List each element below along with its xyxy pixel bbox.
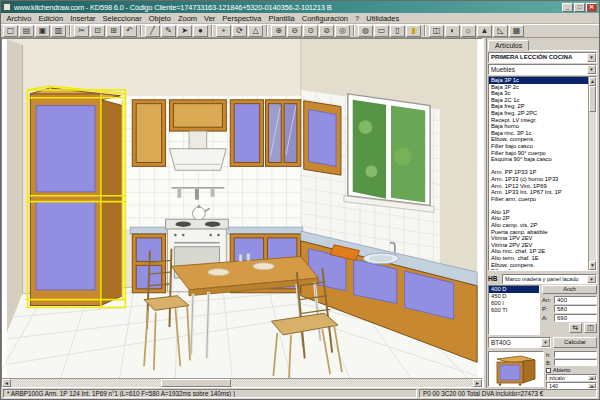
swap-dimensions-button[interactable]: ⇆ (569, 323, 582, 333)
dimension-field[interactable]: 400 (554, 296, 597, 304)
list-item[interactable]: Arm. 1P33 (c) horno 1P33 (489, 176, 588, 183)
measure-icon[interactable]: △ (248, 25, 263, 37)
cut-icon[interactable]: ✂ (74, 25, 89, 37)
list-item[interactable]: Filler arm. cuerpo (489, 196, 588, 203)
zoom-in-icon[interactable]: ⊕ (271, 25, 286, 37)
menu-seleccionar[interactable]: Seleccionar (99, 14, 145, 23)
list-item[interactable] (489, 163, 588, 170)
scroll-thumb[interactable] (589, 86, 596, 112)
menu-perspectiva[interactable]: Perspectiva (219, 14, 265, 23)
list-item[interactable]: Esquina 90° baja casco (489, 156, 588, 163)
list-item[interactable]: Baja rinc. 3P 1c (489, 130, 588, 137)
undo-icon[interactable]: ↶ (122, 25, 137, 37)
b-field[interactable] (554, 359, 597, 366)
chevron-down-icon[interactable]: ▼ (541, 338, 550, 347)
list-item[interactable]: Arm. PP 1P33 1P (489, 169, 588, 176)
scroll-down-icon[interactable]: ▼ (589, 261, 596, 270)
menu-edicin[interactable]: Edición (35, 14, 67, 23)
list-item[interactable]: Baja 3c (489, 90, 588, 97)
shading-icon[interactable]: ◐ (445, 25, 460, 37)
elevation-view-icon[interactable]: ▭ (374, 25, 389, 37)
list-item[interactable]: Elbow. compens. (489, 262, 588, 269)
menu-insertar[interactable]: Insertar (67, 14, 99, 23)
list-item[interactable]: Baja freg. 2P (489, 103, 588, 110)
list-item[interactable]: Vitrina 2PV 2EV (489, 242, 588, 249)
list-item[interactable]: Puerta camp. abatible (489, 229, 588, 236)
split-view-icon[interactable]: ◫ (429, 25, 444, 37)
paste-icon[interactable]: ⊞ (106, 25, 121, 37)
menu-ver[interactable]: Ver (201, 14, 219, 23)
list-item[interactable]: Vitrina 1PV 2EV (489, 235, 588, 242)
list-item[interactable] (489, 202, 588, 209)
close-button[interactable]: ✕ (586, 3, 597, 12)
pointer-icon[interactable]: ➤ (177, 25, 192, 37)
anch-button[interactable]: Anch (542, 285, 597, 294)
perspective-view-icon[interactable]: ▮ (406, 25, 421, 37)
zoom-out-icon[interactable]: ⊖ (287, 25, 302, 37)
horizontal-scrollbar[interactable]: ◄ ► (2, 378, 482, 387)
edit-icon[interactable]: ✎ (161, 25, 176, 37)
chevron-down-icon[interactable]: ▼ (588, 375, 596, 380)
menu-zoom[interactable]: Zoom (174, 14, 200, 23)
chevron-down-icon[interactable]: ▼ (587, 53, 596, 62)
list-scrollbar[interactable]: ▲ ▼ (588, 77, 596, 270)
list-item[interactable]: Alto 2P (489, 215, 588, 222)
chevron-down-icon[interactable]: ▼ (587, 275, 596, 283)
dimension-field[interactable]: 580 (554, 305, 597, 313)
list-item[interactable]: Baja 2C 1c (489, 97, 588, 104)
grid-icon[interactable]: ▦ (509, 25, 524, 37)
reference-select[interactable]: BT40G ▼ (488, 337, 551, 348)
list-item[interactable]: Filler bajo casco (489, 143, 588, 150)
scroll-left-icon[interactable]: ◄ (2, 379, 11, 387)
zocalo-select[interactable]: zócalo ▼ (546, 374, 597, 381)
zoom-all-icon[interactable]: ◎ (335, 25, 350, 37)
menu-plantilla[interactable]: Plantilla (265, 14, 298, 23)
render-icon[interactable]: ◍ (358, 25, 373, 37)
scroll-thumb[interactable] (161, 379, 231, 387)
width-option[interactable]: 600 TI (489, 307, 539, 314)
minimize-button[interactable]: _ (562, 3, 573, 12)
abierto-checkbox[interactable] (546, 368, 551, 373)
list-item[interactable]: Alto 1P (489, 209, 588, 216)
zoom-window-icon[interactable]: ⊙ (303, 25, 318, 37)
scroll-right-icon[interactable]: ► (473, 379, 482, 387)
dimension-field[interactable]: 690 (554, 314, 597, 322)
lighting-icon[interactable]: ☼ (461, 25, 476, 37)
h-field[interactable] (554, 351, 597, 358)
width-option[interactable]: 400 D (489, 286, 539, 293)
rotate-icon[interactable]: ⟳ (232, 25, 247, 37)
list-item[interactable]: Baja 3P 1c (489, 77, 588, 84)
list-item[interactable]: Recept. LV integr. (489, 117, 588, 124)
menu-utilidades[interactable]: Utilidades (363, 14, 403, 23)
move-icon[interactable]: + (216, 25, 231, 37)
calcular-button[interactable]: Calcular (553, 337, 597, 348)
plan-view-icon[interactable]: ▯ (390, 25, 405, 37)
finish-select[interactable]: Marco madera y panel lacado ▼ (502, 274, 597, 284)
variant-button[interactable]: ◫ (584, 323, 597, 333)
save-icon[interactable]: ▣ (35, 25, 50, 37)
kitchen-3d-view[interactable] (2, 39, 482, 378)
list-item[interactable]: Baja 3P 2c (489, 84, 588, 91)
width-option[interactable]: 600 I (489, 300, 539, 307)
list-item[interactable]: Filler bajo 90° cuerpo (489, 150, 588, 157)
list-item[interactable]: Baja freg. 2P 2PC (489, 110, 588, 117)
list-item[interactable]: Baja horno (489, 123, 588, 130)
tab-articulos[interactable]: Artículos (488, 40, 529, 51)
list-item[interactable]: Arm. 1P12 Vint. 1P69 (489, 183, 588, 190)
menu-configuracin[interactable]: Configuración (298, 14, 351, 23)
ruler-icon[interactable]: ◺ (493, 25, 508, 37)
maximize-button[interactable]: □ (574, 3, 585, 12)
print-icon[interactable]: ▥ (51, 25, 66, 37)
menu-objeto[interactable]: Objeto (145, 14, 174, 23)
category-select[interactable]: Muebles ▼ (488, 64, 597, 75)
draw-wall-icon[interactable]: ╱ (145, 25, 160, 37)
list-item[interactable]: Alto rinc. chaf. 1P 2E (489, 248, 588, 255)
zoom-previous-icon[interactable]: ⊘ (319, 25, 334, 37)
info-icon[interactable]: ● (193, 25, 208, 37)
open-icon[interactable]: ▤ (19, 25, 34, 37)
chevron-down-icon[interactable]: ▼ (587, 65, 596, 74)
width-list[interactable]: 400 D450 D600 I600 TI (488, 285, 540, 335)
list-item[interactable]: Alto term. chaf. 1E (489, 255, 588, 262)
width-option[interactable]: 450 D (489, 293, 539, 300)
camera-icon[interactable]: ▲ (477, 25, 492, 37)
